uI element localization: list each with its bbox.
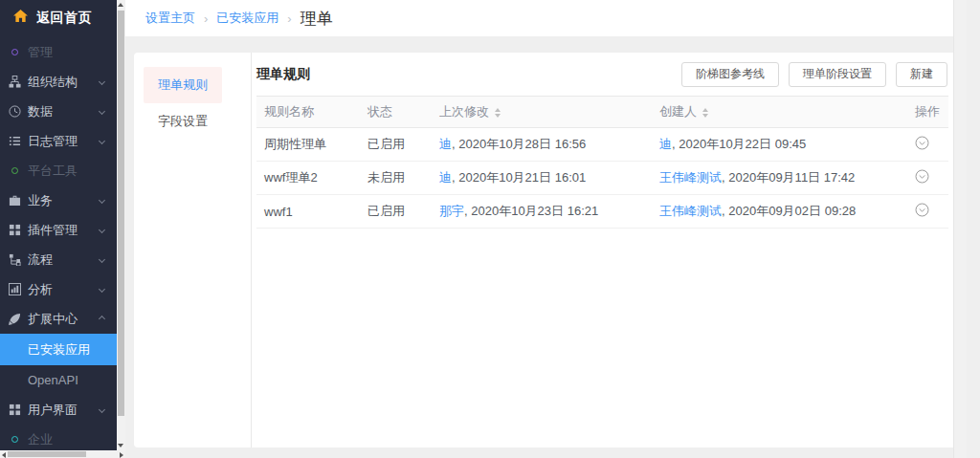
actions-cell: [896, 162, 948, 195]
sidebar-item-data[interactable]: 数据: [0, 97, 117, 126]
circle-green-icon: [8, 167, 21, 174]
sidebar-subitem-label: OpenAPI: [28, 373, 78, 387]
rule-name-cell: 周期性理单: [256, 128, 360, 162]
column-status: 状态: [360, 97, 432, 128]
sidebar-content: 返回首页 管理 组织结构 数据: [0, 0, 117, 450]
flow-icon: [8, 253, 21, 266]
creator-cell: 迪, 2020年10月22日 09:45: [652, 128, 896, 162]
breadcrumb-installed-apps[interactable]: 已安装应用: [216, 10, 278, 27]
sidebar-vertical-scrollbar[interactable]: [117, 0, 125, 450]
claim-stage-settings-button[interactable]: 理单阶段设置: [789, 62, 886, 87]
horizontal-scroll-thumb[interactable]: [8, 451, 86, 457]
sidebar-item-business[interactable]: 业务: [0, 185, 117, 215]
last-modified-cell: 那宇, 2020年10月23日 16:21: [432, 195, 652, 229]
sidebar-item-workflow[interactable]: 流程: [0, 245, 117, 274]
column-last-modified: 上次修改: [432, 97, 652, 128]
chevron-up-icon: [99, 316, 105, 322]
create-new-button[interactable]: 新建: [896, 62, 947, 87]
modifier-link[interactable]: 迪: [439, 170, 452, 185]
sidebar-item-extension-center[interactable]: 扩展中心: [0, 304, 117, 334]
chevron-down-icon: [99, 406, 105, 413]
creator-link[interactable]: 王伟峰测试: [659, 170, 722, 185]
page-title: 理单: [301, 8, 333, 30]
actions-cell: [896, 195, 948, 229]
sidebar-item-user-interface[interactable]: 用户界面: [0, 395, 117, 425]
plugin-grid-icon: [8, 224, 21, 236]
briefcase-icon: [8, 194, 21, 207]
modifier-link[interactable]: 迪: [439, 137, 452, 151]
sidebar-item-log-manage[interactable]: 日志管理: [0, 126, 117, 156]
chevron-down-icon: [99, 78, 105, 85]
scroll-down-arrow-icon[interactable]: [118, 444, 123, 447]
sort-icon[interactable]: [702, 108, 708, 118]
scroll-right-arrow-icon[interactable]: [120, 452, 123, 458]
row-actions-dropdown-icon[interactable]: [915, 136, 929, 150]
sidebar-item-plugin-manage[interactable]: 插件管理: [0, 215, 117, 245]
sidebar-subitem-label: 已安装应用: [28, 341, 90, 359]
sidebar-subitem-installed-apps[interactable]: 已安装应用: [0, 334, 117, 365]
scroll-left-arrow-icon[interactable]: [2, 452, 6, 458]
sidebar-item-label: 用户界面: [28, 402, 78, 419]
chevron-down-icon: [99, 138, 105, 144]
sidebar-subitem-openapi[interactable]: OpenAPI: [0, 365, 117, 395]
tab-field-settings[interactable]: 字段设置: [144, 103, 222, 140]
rules-table: 规则名称 状态 上次修改 创建人 操作: [256, 96, 948, 229]
creator-link[interactable]: 迪: [659, 137, 672, 151]
status-cell: 已启用: [360, 128, 432, 162]
sidebar-item-analysis[interactable]: 分析: [0, 274, 117, 304]
sidebar-item-label: 企业: [28, 431, 53, 448]
breadcrumb: 设置主页 › 已安装应用 › 理单: [125, 0, 967, 36]
clock-icon: [8, 105, 21, 118]
creator-cell: 王伟峰测试, 2020年09月02日 09:28: [652, 195, 896, 229]
sidebar-item-label: 插件管理: [28, 222, 78, 239]
sidebar-horizontal-scrollbar[interactable]: [0, 450, 125, 458]
chevron-down-icon: [99, 197, 105, 204]
actions-cell: [896, 128, 948, 162]
step-chart-reference-line-button[interactable]: 阶梯图参考线: [681, 62, 779, 87]
sidebar-item-org-structure[interactable]: 组织结构: [0, 67, 117, 97]
sitemap-icon: [8, 76, 21, 88]
back-home-label: 返回首页: [36, 10, 92, 27]
sidebar-item-label: 管理: [28, 44, 53, 61]
rule-name-cell: wwf1: [256, 195, 360, 229]
creator-link[interactable]: 王伟峰测试: [659, 204, 722, 218]
list-icon: [8, 135, 21, 147]
scroll-up-arrow-icon[interactable]: [118, 3, 123, 7]
circle-purple-icon: [8, 49, 21, 55]
modifier-link[interactable]: 那宇: [439, 204, 464, 218]
sidebar-item-label: 平台工具: [28, 163, 78, 180]
rule-name-cell: wwf理单2: [256, 162, 360, 195]
sidebar-item-label: 日志管理: [28, 133, 78, 150]
back-to-home[interactable]: 返回首页: [0, 0, 117, 36]
sidebar-menu: 管理 组织结构 数据: [0, 36, 117, 450]
page-scrollbar-gutter[interactable]: [953, 0, 967, 458]
last-modified-cell: 迪, 2020年10月21日 16:01: [432, 162, 652, 195]
vertical-scroll-thumb[interactable]: [118, 11, 124, 416]
tab-claim-rules[interactable]: 理单规则: [144, 67, 222, 103]
status-cell: 已启用: [360, 195, 432, 229]
row-actions-dropdown-icon[interactable]: [915, 203, 929, 217]
table-row: wwf理单2 未启用 迪, 2020年10月21日 16:01 王伟峰测试, 2…: [256, 162, 948, 195]
sidebar-item-platform-tools[interactable]: 平台工具: [0, 156, 117, 185]
sidebar-item-label: 扩展中心: [28, 311, 78, 328]
row-actions-dropdown-icon[interactable]: [915, 169, 929, 184]
sidebar-item-manage[interactable]: 管理: [0, 37, 117, 67]
status-cell: 未启用: [360, 162, 432, 195]
panel-actions: 阶梯图参考线 理单阶段设置 新建: [681, 62, 947, 87]
chevron-down-icon: [99, 256, 105, 263]
circle-teal-icon: [8, 436, 21, 443]
sort-icon[interactable]: [495, 108, 501, 118]
chevron-down-icon: [99, 227, 105, 233]
grid-icon: [8, 403, 21, 416]
sidebar-item-label: 流程: [28, 251, 53, 269]
app-window: 返回首页 管理 组织结构 数据: [0, 0, 980, 458]
chevron-down-icon: [99, 286, 105, 293]
home-icon: [13, 10, 28, 27]
sidebar-item-enterprise[interactable]: 企业: [0, 425, 117, 450]
main-area: 设置主页 › 已安装应用 › 理单 理单规则 字段设置 理单规则 阶梯图参考线 …: [125, 0, 967, 458]
sidebar-item-label: 分析: [28, 281, 53, 298]
breadcrumb-separator: ›: [287, 11, 291, 26]
column-actions: 操作: [896, 97, 948, 128]
breadcrumb-settings-home[interactable]: 设置主页: [145, 10, 195, 27]
sidebar-item-label: 业务: [28, 192, 53, 209]
